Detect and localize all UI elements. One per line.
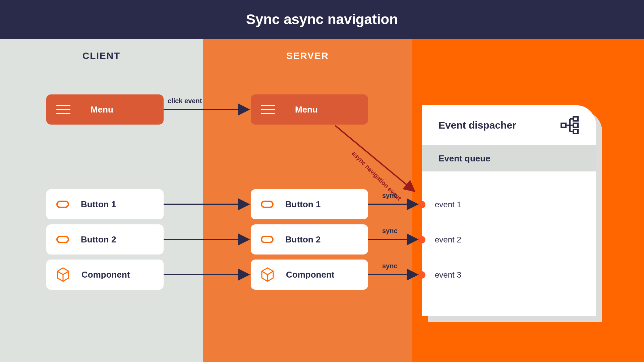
cube-icon [56,267,70,282]
client-button-2[interactable]: Button 2 [46,224,164,255]
client-menu-label: Menu [91,104,113,115]
client-component[interactable]: Component [46,260,164,290]
dispatcher-header: Event dispacher [422,105,596,145]
event-row: event 3 [422,270,461,280]
event-queue-list: event 1 event 2 event 3 [422,171,596,316]
client-button-2-label: Button 2 [81,234,116,245]
event-dot-icon [418,201,425,208]
hamburger-icon [56,105,70,114]
sync-label: sync [382,227,398,235]
hamburger-icon [261,105,275,114]
svg-rect-1 [573,123,578,127]
click-event-label: click event [168,97,202,105]
client-component-label: Component [81,270,130,280]
server-panel-label: SERVER [203,51,412,61]
svg-rect-0 [573,117,578,121]
pill-icon [261,236,274,243]
server-menu-label: Menu [295,104,318,115]
server-menu-button: Menu [251,94,368,125]
client-button-1[interactable]: Button 1 [46,189,164,219]
diagram-title: Sync async navigation [246,11,398,27]
pill-icon [261,201,274,208]
event-label: event 3 [435,270,461,280]
event-row: event 1 [422,200,461,209]
svg-rect-2 [573,130,578,134]
server-component-label: Component [286,270,334,280]
event-queue-header: Event queue [422,145,596,171]
client-button-1-label: Button 1 [81,199,116,210]
event-row: event 2 [422,235,461,244]
event-label: event 1 [435,200,461,209]
dispatcher-title: Event dispacher [438,120,516,131]
client-panel-label: CLIENT [0,51,203,61]
server-button-1-label: Button 1 [285,199,320,210]
pill-icon [56,236,69,243]
event-queue-title: Event queue [438,153,490,164]
client-menu-button[interactable]: Menu [46,94,164,125]
sitemap-icon [560,116,579,135]
pill-icon [56,201,69,208]
event-dispatcher-panel: Event dispacher Event queue event 1 even… [422,105,596,316]
server-component: Component [251,260,368,290]
diagram-header: Sync async navigation [0,0,644,39]
server-button-2-label: Button 2 [285,234,320,245]
sync-label: sync [382,262,398,270]
cube-icon [261,267,274,282]
event-dot-icon [418,236,425,243]
server-button-2: Button 2 [251,224,368,255]
server-button-1: Button 1 [251,189,368,219]
sync-label: sync [382,192,398,200]
event-dot-icon [418,271,425,279]
event-label: event 2 [435,235,461,244]
svg-rect-3 [561,123,566,127]
